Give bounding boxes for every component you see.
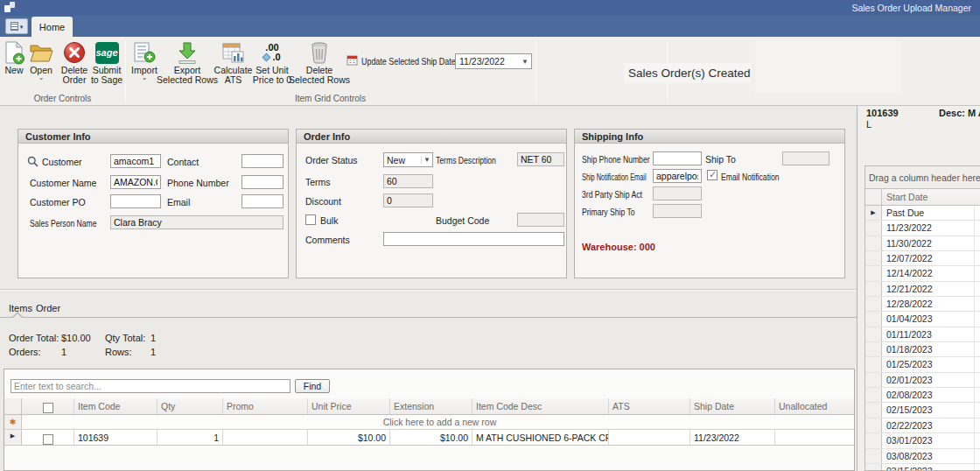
import-button[interactable]: Import ⌄ — [128, 39, 161, 94]
start-date-row[interactable]: 01/04/2023 — [865, 312, 980, 327]
start-date-row[interactable]: 11/23/2022 — [865, 221, 980, 236]
new-button[interactable]: New — [2, 39, 26, 94]
start-date-value[interactable]: 01/18/2023 — [882, 342, 975, 356]
start-date-row[interactable]: 12/14/2022 — [865, 266, 980, 281]
bulk-checkbox[interactable] — [305, 214, 316, 225]
phone-number-input[interactable] — [242, 175, 284, 189]
tab-order[interactable]: Order — [36, 303, 60, 313]
start-date-value[interactable]: 12/21/2022 — [882, 282, 975, 296]
start-date-row[interactable]: 03/01/2023 — [865, 433, 980, 448]
set-unit-price-button[interactable]: .00 .0 Set Unit Price to 0 — [253, 39, 291, 94]
grid-data-row[interactable]: ▶ 101639 1 $10.00 $10.00 M ATH CUSHIONED… — [4, 430, 855, 446]
start-date-row[interactable]: 03/08/2023 — [865, 449, 980, 464]
ship-phone-input[interactable] — [653, 151, 702, 165]
row-checkbox[interactable] — [43, 434, 53, 445]
import-icon — [133, 39, 156, 66]
start-date-row[interactable]: ▶ Past Due — [865, 206, 980, 221]
col-header-start-date[interactable]: Start Date — [882, 189, 980, 205]
col-header-item-code[interactable]: Item Code — [74, 398, 158, 414]
email-notification-label: Email Notification — [721, 172, 780, 182]
select-all-checkbox[interactable] — [43, 403, 53, 413]
budget-code-field — [517, 213, 564, 227]
start-date-value[interactable]: 12/28/2022 — [882, 297, 975, 311]
search-input[interactable] — [10, 379, 290, 393]
submit-to-sage-button[interactable]: sage Submit to Sage — [90, 39, 123, 94]
start-date-row[interactable]: 02/22/2023 — [865, 418, 980, 433]
order-status-select[interactable]: New ▼ — [383, 152, 433, 167]
chevron-down-icon: ⌄ — [38, 75, 45, 81]
grid-add-row[interactable]: ✱ Click here to add a new row — [4, 415, 855, 430]
col-header-item-code-desc[interactable]: Item Code Desc — [472, 398, 609, 414]
cell-unallocated[interactable] — [775, 430, 855, 445]
customer-po-input[interactable] — [110, 194, 161, 208]
col-header-unallocated[interactable]: Unallocated — [775, 398, 855, 414]
start-date-row[interactable]: 11/30/2022 — [865, 236, 980, 251]
chevron-down-icon: ▼ — [519, 58, 531, 66]
start-date-value[interactable]: 02/08/2023 — [882, 388, 975, 402]
ship-date-picker[interactable]: 11/23/2022 ▼ — [455, 53, 532, 69]
application-menu-button[interactable]: ▾ — [5, 18, 28, 34]
third-party-ship-label: 3rd Party Ship Act — [582, 189, 642, 200]
start-date-value[interactable]: 01/11/2023 — [882, 327, 975, 341]
start-date-value[interactable]: Past Due — [882, 206, 975, 220]
cell-ats[interactable] — [609, 430, 690, 445]
cell-unit-price[interactable]: $10.00 — [308, 430, 390, 445]
col-header-ship-date[interactable]: Ship Date — [690, 398, 775, 414]
start-date-row[interactable]: 01/18/2023 — [865, 342, 980, 357]
customer-input[interactable] — [110, 154, 161, 168]
customer-name-input[interactable] — [110, 175, 161, 189]
contact-input[interactable] — [242, 154, 284, 168]
status-message: Sales Order(s) Created — [624, 63, 752, 83]
group-by-hint[interactable]: Drag a column header here to gr — [865, 166, 980, 189]
export-selected-rows-button[interactable]: Export Selected Rows — [161, 39, 214, 94]
col-header-promo[interactable]: Promo — [223, 398, 308, 414]
search-icon[interactable] — [27, 156, 38, 169]
start-date-row[interactable]: 01/11/2023 — [865, 327, 980, 342]
start-date-row[interactable]: 12/21/2022 — [865, 282, 980, 297]
cell-extension[interactable]: $10.00 — [390, 430, 472, 445]
cell-item-code[interactable]: 101639 — [74, 430, 158, 445]
start-date-value[interactable]: 02/01/2023 — [882, 373, 975, 387]
start-date-value[interactable]: 02/22/2023 — [882, 418, 975, 432]
start-date-value[interactable]: 12/07/2022 — [882, 251, 975, 265]
start-date-row[interactable]: 02/01/2023 — [865, 373, 980, 388]
calculate-ats-button[interactable]: Calculate ATS — [214, 39, 253, 94]
start-date-row[interactable]: 03/15/2023 — [865, 464, 980, 471]
delete-selected-rows-button[interactable]: Delete Selected Rows — [291, 39, 347, 94]
comments-input[interactable] — [383, 232, 564, 246]
start-date-value[interactable]: 01/04/2023 — [882, 312, 975, 326]
col-header-ats[interactable]: ATS — [609, 398, 690, 414]
ribbon-tab-band: ▾ Home — [0, 16, 980, 37]
find-button[interactable]: Find — [295, 379, 330, 393]
col-header-qty[interactable]: Qty — [158, 398, 223, 414]
chevron-down-icon: ▾ — [20, 24, 24, 30]
start-date-row[interactable]: 01/25/2023 — [865, 357, 980, 372]
delete-order-button[interactable]: Delete Order — [57, 39, 92, 94]
add-row-text[interactable]: Click here to add a new row — [22, 415, 855, 429]
start-date-row[interactable]: 12/07/2022 — [865, 251, 980, 266]
email-notification-checkbox[interactable] — [707, 170, 718, 180]
start-date-row[interactable]: 02/08/2023 — [865, 388, 980, 403]
start-date-value[interactable]: 03/01/2023 — [882, 433, 975, 447]
order-info-title: Order Info — [297, 130, 566, 144]
start-date-row[interactable]: 02/15/2023 — [865, 403, 980, 418]
start-date-value[interactable]: 01/25/2023 — [882, 357, 975, 371]
ship-notification-email-input[interactable] — [653, 169, 702, 183]
cell-ship-date[interactable]: 11/23/2022 — [690, 430, 775, 445]
cell-qty[interactable]: 1 — [158, 430, 223, 445]
col-header-extension[interactable]: Extension — [390, 398, 472, 414]
cell-promo[interactable] — [223, 430, 308, 445]
col-header-unit-price[interactable]: Unit Price — [308, 398, 390, 414]
open-button[interactable]: Open ⌄ — [27, 39, 55, 94]
email-input[interactable] — [242, 194, 284, 208]
start-date-value[interactable]: 02/15/2023 — [882, 403, 975, 417]
start-date-row[interactable]: 12/28/2022 — [865, 297, 980, 312]
start-date-value[interactable]: 03/15/2023 — [882, 464, 975, 471]
cell-item-code-desc[interactable]: M ATH CUSHIONED 6-PACK CREW — [472, 430, 609, 445]
start-date-value[interactable]: 03/08/2023 — [882, 449, 975, 463]
start-date-value[interactable]: 12/14/2022 — [882, 266, 975, 280]
ribbon-group-separator — [536, 40, 536, 102]
start-date-value[interactable]: 11/30/2022 — [882, 236, 975, 250]
tab-home[interactable]: Home — [32, 17, 73, 37]
start-date-value[interactable]: 11/23/2022 — [882, 221, 975, 235]
